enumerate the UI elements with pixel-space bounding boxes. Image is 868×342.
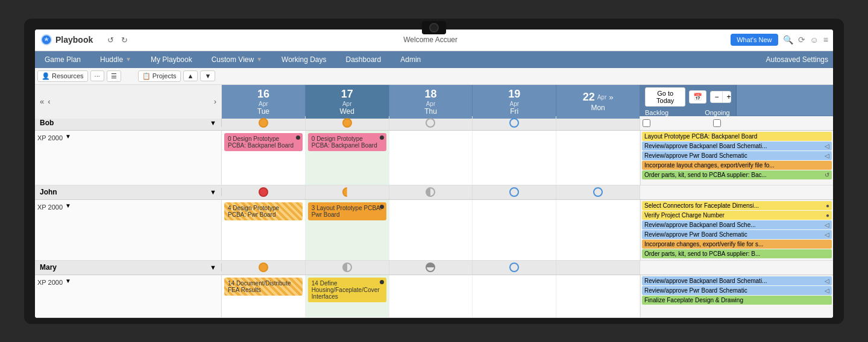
backlog-item[interactable]: Review/approve Backpanel Board Schemati.… bbox=[642, 276, 832, 285]
zoom-in-button[interactable]: + bbox=[723, 92, 731, 102]
bob-task-2-label: 0 Design Prototype PCBA: Backpanel Board bbox=[312, 135, 377, 149]
backlog-item[interactable]: Review/approve Backpanel Board Schemati.… bbox=[642, 141, 832, 151]
prev-prev-button[interactable]: « bbox=[40, 97, 44, 106]
john-project-row: XP 2000 ▼ 4 Design Prototype PCBA: Pwr B… bbox=[35, 200, 833, 261]
day-col-22: 22 Apr » Mon bbox=[556, 85, 640, 119]
navbar-dashboard[interactable]: Dashboard bbox=[336, 51, 391, 68]
backlog-item[interactable]: Select Connectors for Faceplate Dimensi.… bbox=[642, 201, 832, 210]
menu-icon[interactable]: ≡ bbox=[823, 35, 828, 45]
bob-task-1[interactable]: 0 Design Prototype PCBA: Backpanel Board bbox=[224, 133, 303, 151]
navbar-huddle[interactable]: Huddle ▼ bbox=[90, 51, 141, 68]
zoom-out-button[interactable]: − bbox=[711, 92, 723, 102]
navbar-game-plan[interactable]: Game Plan bbox=[35, 51, 90, 68]
day-22-month: Apr bbox=[597, 94, 607, 101]
mary-day4-status bbox=[473, 261, 556, 275]
backlog-icon-2: ◁ bbox=[825, 143, 829, 149]
mary-cell-18 bbox=[389, 275, 473, 317]
day-17-num: 17 bbox=[341, 88, 353, 101]
goto-today-row: Go to Today 📅 − + bbox=[645, 87, 731, 107]
mary-backlog-icon-2: ◁ bbox=[825, 287, 829, 294]
prev-button[interactable]: ‹ bbox=[48, 97, 50, 106]
topbar-title: Welcome Accuer bbox=[135, 36, 726, 44]
goto-today-button[interactable]: Go to Today bbox=[645, 87, 685, 107]
john-day5-status bbox=[556, 185, 640, 199]
backlog-item[interactable]: Finalize Faceplate Design & Drawing bbox=[642, 296, 832, 305]
john-name-cell: John ▼ bbox=[35, 188, 222, 196]
backlog-text-4: Incorporate layout changes, export/verif… bbox=[644, 162, 829, 169]
backlog-item[interactable]: Layout Prototype PCBA: Backpanel Board bbox=[642, 132, 832, 141]
calendar-icon-button[interactable]: 📅 bbox=[689, 90, 706, 104]
next-week-button[interactable]: » bbox=[609, 93, 613, 102]
logo: Playbook bbox=[40, 33, 100, 46]
backlog-item[interactable]: Review/approve Pwr Board Schematic ◁ bbox=[642, 151, 832, 160]
bob-header-row: Bob ▼ bbox=[35, 116, 833, 131]
mary-task-2[interactable]: 14 Define Housing/Faceplate/Cover Interf… bbox=[308, 278, 386, 302]
next-button[interactable]: › bbox=[214, 97, 216, 106]
backlog-text-5: Order parts, kit, send to PCBA supplier:… bbox=[644, 172, 823, 178]
navbar-my-playbook[interactable]: My Playbook bbox=[141, 51, 202, 68]
mary-project-dropdown[interactable]: ▼ bbox=[65, 278, 71, 284]
backlog-item[interactable]: Review/approve Backpanel Board Sche... ◁ bbox=[642, 220, 832, 229]
john-task-1[interactable]: 4 Design Prototype PCBA: Pwr Board bbox=[224, 202, 303, 220]
more-options-button[interactable]: ··· bbox=[90, 70, 104, 81]
mary-task-1[interactable]: 14 Document/Distribute FEA Results bbox=[224, 278, 303, 296]
bob-task-2-dot bbox=[380, 135, 384, 140]
mary-status-1 bbox=[259, 263, 268, 272]
day-18-num: 18 bbox=[424, 88, 436, 101]
down-button[interactable]: ▼ bbox=[200, 70, 215, 81]
main-content: « ‹ › 16 Apr Tue 17 Apr Wed 18 bbox=[35, 85, 833, 318]
john-status-half bbox=[342, 187, 352, 197]
bob-cell-22 bbox=[556, 131, 640, 185]
projects-button[interactable]: 📋 Projects bbox=[138, 70, 181, 82]
navbar-custom-view[interactable]: Custom View ▼ bbox=[202, 51, 272, 68]
backlog-item[interactable]: Incorporate layout changes, export/verif… bbox=[642, 161, 832, 170]
backlog-item[interactable]: Order parts, kit, send to PCBA supplier:… bbox=[642, 170, 832, 179]
bob-checkbox2[interactable] bbox=[713, 119, 721, 127]
up-button[interactable]: ▲ bbox=[183, 70, 198, 81]
john-cell-17: 3 Layout Prototype PCBA: Pwr Board bbox=[306, 200, 389, 260]
navbar-admin[interactable]: Admin bbox=[391, 51, 430, 68]
bob-dropdown-icon[interactable]: ▼ bbox=[210, 119, 216, 126]
mary-project-row: XP 2000 ▼ 14 Document/Distribute FEA Res… bbox=[35, 275, 833, 318]
backlog-item[interactable]: Review/approve Pwr Board Schematic ◁ bbox=[642, 230, 832, 239]
backlog-item[interactable]: Verify Project Charge Number ● bbox=[642, 211, 832, 220]
navbar-dashboard-label: Dashboard bbox=[346, 55, 382, 64]
day-19-month: Apr bbox=[510, 101, 520, 107]
navbar: Game Plan Huddle ▼ My Playbook Custom Vi… bbox=[35, 51, 833, 68]
bob-checkbox[interactable] bbox=[643, 119, 650, 127]
bob-task-2[interactable]: 0 Design Prototype PCBA: Backpanel Board bbox=[308, 133, 386, 151]
mary-project-label-cell: XP 2000 ▼ bbox=[35, 275, 222, 317]
navbar-working-days[interactable]: Working Days bbox=[272, 51, 336, 68]
bob-project-label-cell: XP 2000 ▼ bbox=[35, 131, 222, 185]
backlog-label: Backlog bbox=[645, 109, 668, 116]
backlog-ongoing-header: Go to Today 📅 − + Backlog Ongoing bbox=[640, 85, 737, 119]
mary-backlog-header bbox=[640, 261, 833, 275]
mary-task-2-dot bbox=[380, 280, 384, 284]
autosaved-label: Autosaved Settings bbox=[430, 55, 833, 64]
day-17-month: Apr bbox=[342, 101, 352, 107]
undo-button[interactable]: ↺ bbox=[105, 34, 116, 46]
backlog-item[interactable]: Incorporate changes, export/verify file … bbox=[642, 240, 832, 249]
bob-project-dropdown[interactable]: ▼ bbox=[65, 133, 71, 140]
john-task-2[interactable]: 3 Layout Prototype PCBA: Pwr Board bbox=[308, 202, 386, 220]
john-dropdown-icon[interactable]: ▼ bbox=[210, 188, 216, 196]
john-task-1-label: 4 Design Prototype PCBA: Pwr Board bbox=[228, 205, 279, 218]
backlog-text-2: Review/approve Backpanel Board Schemati.… bbox=[644, 143, 823, 149]
smiley-icon[interactable]: ☺ bbox=[810, 35, 819, 45]
search-icon[interactable]: 🔍 bbox=[783, 35, 793, 45]
john-project-dropdown[interactable]: ▼ bbox=[65, 202, 71, 209]
backlog-item[interactable]: Review/approve Pwr Board Schematic ◁ bbox=[642, 286, 832, 295]
john-cell-19 bbox=[473, 200, 556, 260]
whats-new-button[interactable]: What's New bbox=[731, 34, 778, 46]
webcam bbox=[422, 21, 446, 34]
resources-button[interactable]: 👤 Resources bbox=[37, 70, 88, 82]
john-backlog-text-5: Incorporate changes, export/verify file … bbox=[644, 241, 829, 247]
mary-status-4 bbox=[509, 263, 519, 272]
refresh-icon[interactable]: ⟳ bbox=[798, 35, 805, 45]
mary-dropdown-icon[interactable]: ▼ bbox=[210, 264, 216, 271]
navbar-my-playbook-label: My Playbook bbox=[151, 55, 192, 64]
redo-button[interactable]: ↻ bbox=[119, 34, 130, 46]
list-view-button[interactable]: ☰ bbox=[107, 70, 121, 82]
app-name: Playbook bbox=[55, 35, 93, 45]
backlog-item[interactable]: Order parts, kit, send to PCBA supplier:… bbox=[642, 249, 832, 258]
